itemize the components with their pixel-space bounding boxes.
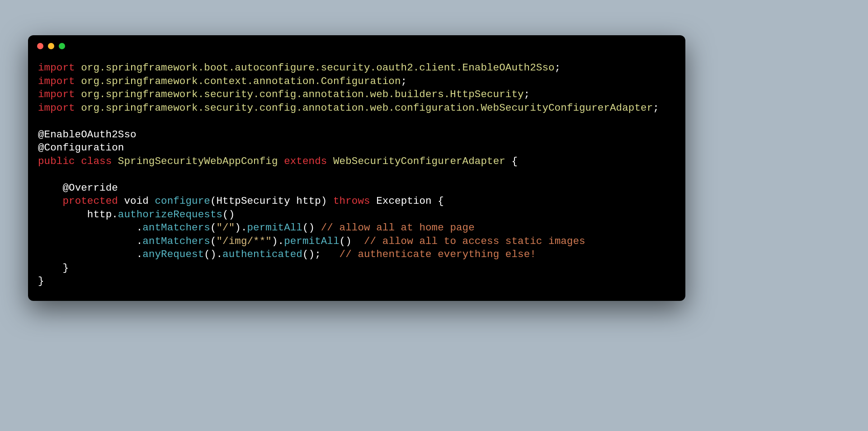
method-call: antMatchers: [142, 222, 210, 234]
keyword-import: import: [38, 75, 75, 87]
annotation: @Override: [62, 182, 118, 194]
keyword-protected: protected: [62, 195, 118, 207]
semicolon: ;: [401, 75, 407, 87]
arg-name: http: [290, 195, 321, 207]
method-call: authorizeRequests: [118, 209, 222, 220]
space: [75, 62, 81, 74]
method-call: permitAll: [284, 235, 339, 247]
method-call: authenticated: [222, 248, 302, 260]
keyword-import: import: [38, 89, 75, 100]
paren: ): [235, 222, 241, 234]
window-titlebar: [28, 35, 685, 57]
semicolon: ;: [555, 62, 561, 74]
space: [327, 155, 333, 167]
semicolon: ;: [315, 248, 321, 260]
space: [75, 155, 81, 167]
semicolon: ;: [653, 102, 659, 114]
close-button[interactable]: [37, 43, 43, 49]
exception: Exception: [376, 195, 431, 207]
dot: .: [278, 235, 284, 247]
import-path: org.springframework.security.config.anno…: [81, 102, 653, 114]
minimize-button[interactable]: [48, 43, 54, 49]
paren: ): [272, 235, 278, 247]
space: [278, 155, 284, 167]
parens: (): [204, 248, 216, 260]
annotation: @Configuration: [38, 142, 124, 154]
dot: .: [137, 248, 143, 260]
keyword-class: class: [81, 155, 112, 167]
brace: {: [505, 155, 518, 167]
parens: (): [222, 209, 235, 220]
space: [327, 195, 333, 207]
parens: (): [340, 235, 352, 247]
class-name: SpringSecurityWebAppConfig: [118, 155, 278, 167]
close-brace: }: [38, 275, 44, 287]
paren: (: [210, 222, 217, 234]
import-path: org.springframework.boot.autoconfigure.s…: [81, 62, 554, 74]
code-area: import org.springframework.boot.autoconf…: [28, 57, 685, 288]
space: [112, 155, 118, 167]
method-name: configure: [155, 195, 210, 207]
parens: (): [302, 248, 315, 260]
indent: [38, 222, 137, 234]
comment: // allow all to access static images: [364, 235, 585, 247]
string-literal: "/": [216, 222, 235, 234]
keyword-import: import: [38, 102, 75, 114]
indent: [38, 209, 87, 220]
arg-type: HttpSecurity: [217, 195, 290, 207]
base-class: WebSecurityConfigurerAdapter: [333, 155, 505, 167]
method-call: anyRequest: [142, 248, 204, 260]
indent: [38, 182, 62, 194]
space: [75, 102, 81, 114]
space: [370, 195, 377, 207]
semicolon: ;: [524, 89, 530, 100]
dot: .: [137, 235, 143, 247]
annotation: @EnableOAuth2Sso: [38, 129, 137, 141]
return-type: void: [124, 195, 148, 207]
paren: (: [210, 235, 217, 247]
comment: // allow all at home page: [321, 222, 475, 234]
method-call: antMatchers: [142, 235, 210, 247]
maximize-button[interactable]: [59, 43, 65, 49]
dot: .: [217, 248, 223, 260]
dot: .: [241, 222, 247, 234]
http-dot: http.: [87, 209, 118, 220]
paren: ): [321, 195, 327, 207]
comment: // authenticate everything else!: [340, 248, 536, 260]
brace: {: [432, 195, 444, 207]
space: [75, 89, 81, 100]
keyword-import: import: [38, 62, 75, 74]
keyword-throws: throws: [333, 195, 370, 207]
space: [315, 222, 321, 234]
space: [75, 75, 81, 87]
space: [118, 195, 124, 207]
indent: [38, 248, 137, 260]
dot: .: [137, 222, 143, 234]
indent: [38, 235, 137, 247]
keyword-extends: extends: [284, 155, 327, 167]
code-window: import org.springframework.boot.autoconf…: [28, 35, 685, 301]
close-brace: }: [38, 262, 69, 274]
method-call: permitAll: [247, 222, 302, 234]
keyword-public: public: [38, 155, 75, 167]
paren: (: [210, 195, 217, 207]
parens: (): [302, 222, 315, 234]
space: [149, 195, 155, 207]
indent: [38, 195, 62, 207]
import-path: org.springframework.security.config.anno…: [81, 89, 524, 100]
string-literal: "/img/**": [216, 235, 271, 247]
import-path: org.springframework.context.annotation.C…: [81, 75, 401, 87]
